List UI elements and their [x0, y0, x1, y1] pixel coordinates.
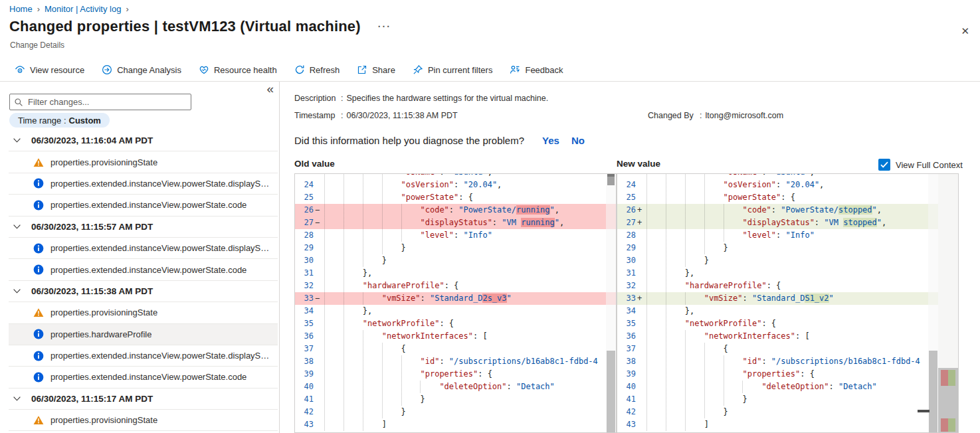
line-number: 28 [617, 229, 636, 242]
time-range-pill[interactable]: Time range : Custom [9, 113, 110, 128]
change-item-properties-provisioningstate[interactable]: properties.provisioningState [9, 151, 278, 173]
toolbar: View resourceChange AnalysisResource hea… [15, 60, 563, 80]
old-code-editor[interactable]: "osName": "ubuntu",24"osVersion": "20.04… [295, 173, 616, 431]
toolbar-label: Change Analysis [117, 65, 181, 75]
code-token: } [420, 394, 425, 404]
toolbar-pin-current-filters[interactable]: Pin current filters [413, 64, 493, 75]
scrollbar-thumb-top[interactable] [607, 174, 615, 185]
gutter: 43 [617, 418, 646, 431]
new-value-label: New value [617, 159, 660, 169]
change-item-properties-extended-instanceview-powerstate-code[interactable]: properties.extended.instanceView.powerSt… [9, 195, 278, 216]
code-line: 35"networkProfile": { [617, 317, 938, 330]
code-line: 37{ [295, 343, 616, 355]
gutter: 32 [295, 280, 324, 292]
code-line: 40"deleteOption": "Detach" [617, 381, 938, 393]
change-group-header[interactable]: 06/30/2023, 11:16:04 AM PDT [9, 130, 278, 151]
changed-by-value: ltong@microsoft.com [705, 111, 783, 120]
yes-button[interactable]: Yes [542, 135, 559, 146]
description-row: Description:Specifies the hardware setti… [294, 94, 548, 103]
line-number: 38 [295, 355, 314, 368]
code-token: "displayStatus" [420, 218, 492, 227]
code-token: : [439, 357, 448, 366]
toolbar-feedback[interactable]: Feedback [510, 64, 563, 75]
code-token: } [724, 243, 728, 252]
timestamp-label: Timestamp [294, 111, 341, 120]
code-token: " [877, 218, 882, 227]
code-token: "Info" [786, 230, 815, 240]
code-token: : [742, 294, 751, 303]
indent-guides [646, 418, 704, 431]
line-number: 31 [295, 267, 314, 280]
change-item-properties-extended-instanceview-powerstate-code[interactable]: properties.extended.instanceView.powerSt… [9, 259, 278, 280]
minimap[interactable] [938, 174, 958, 432]
more-options-icon[interactable]: ··· [378, 21, 391, 32]
line-number: 30 [617, 254, 636, 267]
code-token: "PowerState/ [458, 205, 516, 215]
code-line: 33+"vmSize": "Standard_DS1_v2" [617, 292, 938, 305]
change-item-properties-extended-instanceview-powerstate-displaysta[interactable]: properties.extended.instanceView.powerSt… [9, 345, 278, 367]
code-token: " [555, 218, 559, 227]
collapse-sidebar-icon[interactable]: « [266, 83, 274, 95]
toolbar-share[interactable]: Share [357, 64, 395, 75]
view-full-context-checkbox[interactable] [878, 159, 890, 171]
new-vertical-scrollbar[interactable] [928, 174, 938, 432]
toolbar-view-resource[interactable]: View resource [15, 64, 84, 75]
scrollbar-thumb[interactable] [929, 351, 937, 433]
code-token: : [507, 382, 516, 391]
indent-guides [646, 179, 724, 191]
close-icon[interactable]: ✕ [961, 25, 969, 37]
warning-icon [33, 307, 44, 318]
change-item-properties-provisioningstate[interactable]: properties.provisioningState [9, 410, 278, 431]
breadcrumb-activity-log[interactable]: Monitor | Activity log [45, 4, 121, 14]
line-number: 35 [295, 317, 314, 330]
code-token: "ubuntu" [771, 173, 810, 177]
no-button[interactable]: No [571, 135, 585, 146]
code-token: : { [439, 319, 454, 328]
timestamp-row: Timestamp:06/30/2023, 11:15:38 AM PDT [294, 111, 458, 120]
code-token: }, [685, 306, 694, 315]
code-token: "id" [742, 357, 761, 366]
change-item-properties-extended-instanceview-powerstate-displaysta[interactable]: properties.extended.instanceView.powerSt… [9, 173, 278, 195]
line-number: 42 [295, 406, 314, 418]
change-group-header[interactable]: 06/30/2023, 11:15:57 AM PDT [9, 217, 278, 238]
change-group-header[interactable]: 06/30/2023, 11:15:38 AM PDT [9, 281, 278, 302]
new-code-editor[interactable]: "osName": "ubuntu",24"osVersion": "20.04… [617, 173, 938, 431]
code-token: "20.04" [786, 180, 820, 189]
code-token: : [454, 230, 463, 240]
gutter: 40 [295, 381, 324, 393]
filter-changes-input[interactable] [27, 96, 187, 108]
change-group-header[interactable]: 06/30/2023, 11:15:17 AM PDT [9, 389, 278, 410]
change-item-properties-hardwareprofile[interactable]: properties.hardwareProfile [9, 324, 278, 345]
change-item-properties-provisioningstate[interactable]: properties.provisioningState [9, 302, 278, 323]
line-number: 43 [617, 418, 636, 431]
change-item-properties-extended-instanceview-powerstate-displaysta[interactable]: properties.extended.instanceView.powerSt… [9, 238, 278, 259]
code-token: "networkInterfaces" [382, 331, 473, 341]
code-token: " [507, 294, 512, 303]
info-icon [33, 372, 44, 383]
code-line: 37{ [617, 343, 938, 355]
chevron-down-icon [13, 286, 23, 296]
scrollbar-thumb[interactable] [607, 351, 615, 433]
line-number: 41 [617, 393, 636, 406]
toolbar-resource-health[interactable]: Resource health [199, 64, 277, 75]
toolbar-change-analysis[interactable]: Change Analysis [102, 64, 181, 75]
new-value-panel: "osName": "ubuntu",24"osVersion": "20.04… [617, 173, 959, 433]
line-number: 25 [617, 191, 636, 204]
change-item-properties-extended-instanceview-powerstate-code[interactable]: properties.extended.instanceView.powerSt… [9, 367, 278, 388]
minimap-slider[interactable] [938, 368, 958, 432]
old-vertical-scrollbar[interactable] [606, 174, 616, 432]
code-token: "VM [502, 218, 521, 227]
indent-guides [324, 204, 420, 217]
gutter: 31 [295, 267, 324, 280]
old-value-label: Old value [294, 159, 335, 169]
gutter: 29 [295, 242, 324, 254]
code-line: 43] [617, 418, 938, 431]
toolbar-refresh[interactable]: Refresh [294, 64, 340, 75]
info-icon [33, 178, 44, 189]
group-timestamp: 06/30/2023, 11:15:38 AM PDT [31, 286, 153, 296]
change-item-label: properties.extended.instanceView.powerSt… [50, 265, 246, 275]
breadcrumb-home[interactable]: Home [9, 4, 33, 14]
code-token: }, [363, 306, 372, 315]
gutter: 33− [295, 292, 324, 305]
line-number: 42 [617, 406, 636, 418]
